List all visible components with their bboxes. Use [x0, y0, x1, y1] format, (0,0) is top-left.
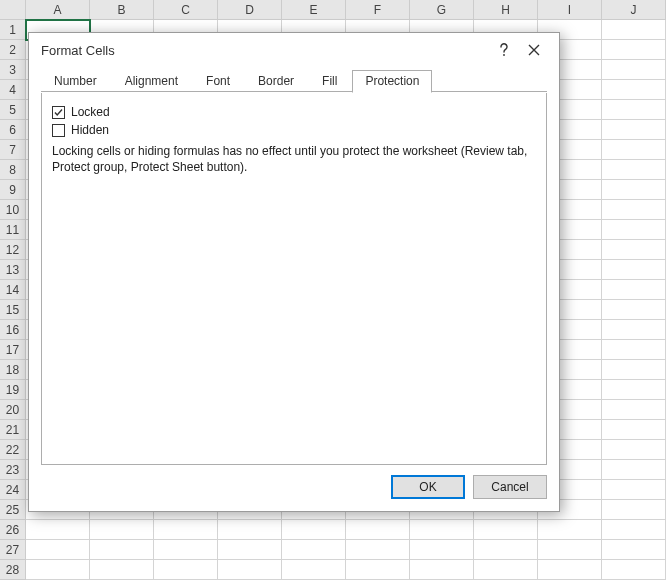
cell[interactable] — [90, 520, 154, 540]
cell[interactable] — [602, 40, 666, 60]
tab-protection[interactable]: Protection — [352, 70, 432, 93]
locked-option[interactable]: Locked — [52, 105, 536, 119]
hidden-checkbox[interactable] — [52, 124, 65, 137]
cell[interactable] — [602, 260, 666, 280]
row-header[interactable]: 9 — [0, 180, 26, 200]
cancel-button[interactable]: Cancel — [473, 475, 547, 499]
row-header[interactable]: 16 — [0, 320, 26, 340]
row-header[interactable]: 15 — [0, 300, 26, 320]
row-header[interactable]: 19 — [0, 380, 26, 400]
row-header[interactable]: 2 — [0, 40, 26, 60]
cell[interactable] — [602, 100, 666, 120]
column-header[interactable]: G — [410, 0, 474, 20]
cell[interactable] — [282, 540, 346, 560]
help-button[interactable] — [489, 37, 519, 63]
cell[interactable] — [282, 520, 346, 540]
row-header[interactable]: 4 — [0, 80, 26, 100]
cell[interactable] — [602, 460, 666, 480]
row-header[interactable]: 23 — [0, 460, 26, 480]
cell[interactable] — [602, 160, 666, 180]
select-all-corner[interactable] — [0, 0, 26, 20]
row-header[interactable]: 25 — [0, 500, 26, 520]
column-header[interactable]: D — [218, 0, 282, 20]
cell[interactable] — [90, 540, 154, 560]
cell[interactable] — [90, 560, 154, 580]
cell[interactable] — [602, 300, 666, 320]
tab-border[interactable]: Border — [245, 70, 307, 92]
cell[interactable] — [154, 520, 218, 540]
cell[interactable] — [602, 500, 666, 520]
row-header[interactable]: 27 — [0, 540, 26, 560]
cell[interactable] — [602, 360, 666, 380]
cell[interactable] — [602, 540, 666, 560]
row-header[interactable]: 11 — [0, 220, 26, 240]
cell[interactable] — [218, 560, 282, 580]
row-header[interactable]: 7 — [0, 140, 26, 160]
row-header[interactable]: 17 — [0, 340, 26, 360]
cell[interactable] — [410, 560, 474, 580]
cell[interactable] — [602, 180, 666, 200]
row-header[interactable]: 5 — [0, 100, 26, 120]
cell[interactable] — [602, 200, 666, 220]
cell[interactable] — [410, 520, 474, 540]
cell[interactable] — [602, 280, 666, 300]
ok-button[interactable]: OK — [391, 475, 465, 499]
locked-checkbox[interactable] — [52, 106, 65, 119]
tab-font[interactable]: Font — [193, 70, 243, 92]
row-header[interactable]: 10 — [0, 200, 26, 220]
cell[interactable] — [346, 520, 410, 540]
cell[interactable] — [154, 560, 218, 580]
row-header[interactable]: 21 — [0, 420, 26, 440]
row-header[interactable]: 8 — [0, 160, 26, 180]
tab-fill[interactable]: Fill — [309, 70, 350, 92]
row-header[interactable]: 18 — [0, 360, 26, 380]
row-header[interactable]: 26 — [0, 520, 26, 540]
column-header[interactable]: E — [282, 0, 346, 20]
row-header[interactable]: 22 — [0, 440, 26, 460]
column-header[interactable]: H — [474, 0, 538, 20]
column-header[interactable]: B — [90, 0, 154, 20]
cell[interactable] — [602, 480, 666, 500]
cell[interactable] — [602, 60, 666, 80]
cell[interactable] — [410, 540, 474, 560]
cell[interactable] — [154, 540, 218, 560]
cell[interactable] — [538, 520, 602, 540]
cell[interactable] — [282, 560, 346, 580]
cell[interactable] — [218, 540, 282, 560]
column-header[interactable]: I — [538, 0, 602, 20]
hidden-option[interactable]: Hidden — [52, 123, 536, 137]
column-header[interactable]: C — [154, 0, 218, 20]
tab-number[interactable]: Number — [41, 70, 110, 92]
cell[interactable] — [538, 540, 602, 560]
row-header[interactable]: 14 — [0, 280, 26, 300]
row-header[interactable]: 20 — [0, 400, 26, 420]
cell[interactable] — [602, 520, 666, 540]
row-header[interactable]: 6 — [0, 120, 26, 140]
cell[interactable] — [218, 520, 282, 540]
cell[interactable] — [474, 560, 538, 580]
cell[interactable] — [538, 560, 602, 580]
cell[interactable] — [602, 240, 666, 260]
row-header[interactable]: 12 — [0, 240, 26, 260]
column-header[interactable]: F — [346, 0, 410, 20]
cell[interactable] — [346, 540, 410, 560]
cell[interactable] — [602, 80, 666, 100]
cell[interactable] — [602, 380, 666, 400]
cell[interactable] — [346, 560, 410, 580]
column-header[interactable]: A — [26, 0, 90, 20]
cell[interactable] — [602, 560, 666, 580]
cell[interactable] — [474, 520, 538, 540]
cell[interactable] — [602, 340, 666, 360]
cell[interactable] — [26, 520, 90, 540]
row-header[interactable]: 13 — [0, 260, 26, 280]
cell[interactable] — [602, 440, 666, 460]
cell[interactable] — [602, 120, 666, 140]
cell[interactable] — [26, 540, 90, 560]
cell[interactable] — [474, 540, 538, 560]
cell[interactable] — [602, 20, 666, 40]
row-header[interactable]: 1 — [0, 20, 26, 40]
tab-alignment[interactable]: Alignment — [112, 70, 191, 92]
cell[interactable] — [602, 140, 666, 160]
cell[interactable] — [26, 560, 90, 580]
cell[interactable] — [602, 400, 666, 420]
